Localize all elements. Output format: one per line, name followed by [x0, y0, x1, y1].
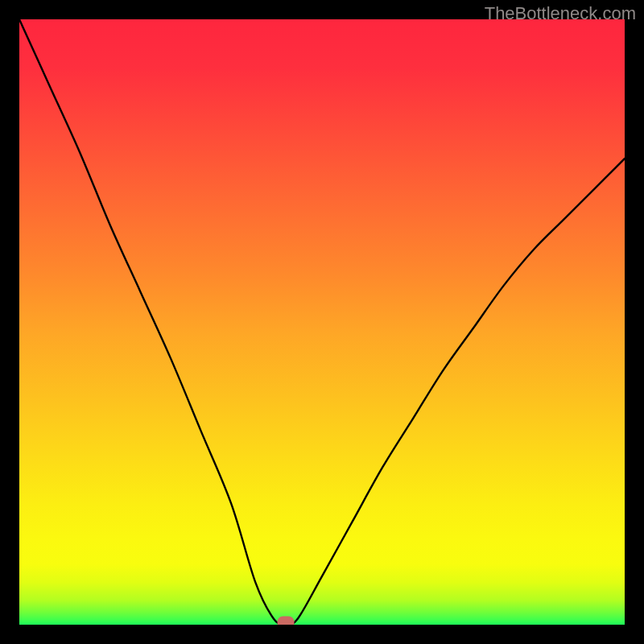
watermark-text: TheBottleneck.com: [485, 3, 636, 24]
chart-container: TheBottleneck.com: [0, 0, 644, 644]
plot-area: [19, 19, 625, 625]
bottleneck-curve: [19, 19, 625, 625]
minimum-marker: [277, 617, 294, 625]
